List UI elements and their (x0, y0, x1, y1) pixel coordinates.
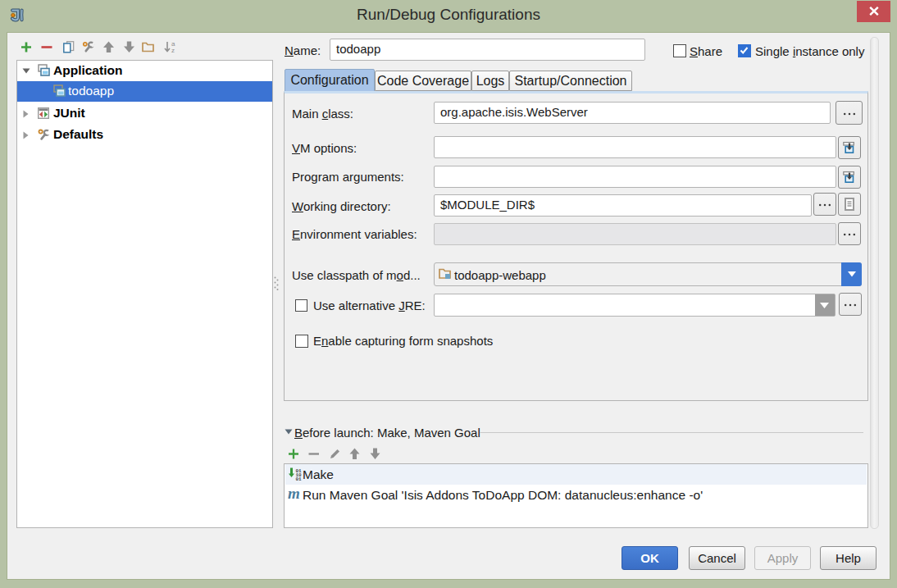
svg-text:01: 01 (296, 476, 303, 481)
svg-text:z: z (171, 47, 175, 53)
